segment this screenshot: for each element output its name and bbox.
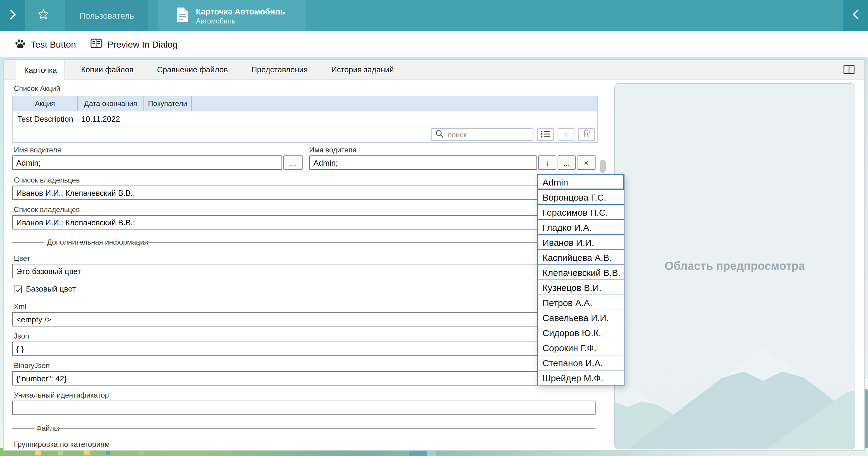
dropdown-item[interactable]: Шрейдер М.Ф.	[537, 370, 624, 386]
additional-info-section-label: Дополнительная информация	[47, 238, 148, 247]
color-label: Цвет	[14, 254, 30, 263]
main-header: Пользователь Карточка Автомобиль Автомоб…	[0, 0, 868, 31]
separator-line	[136, 242, 595, 243]
tab-task-history[interactable]: История заданий	[323, 60, 401, 79]
header-tab-user[interactable]: Пользователь	[65, 0, 148, 31]
driver-name-dropdown-button[interactable]: ↓	[538, 155, 556, 170]
group-by-categories-label: Группировка по категориям	[14, 440, 110, 449]
driver-name-clear-button[interactable]: ×	[577, 155, 595, 170]
dropdown-item[interactable]: Савельева И.И.	[537, 310, 624, 325]
dialog-icon	[90, 38, 102, 50]
owners-bottom-input[interactable]	[12, 215, 595, 229]
document-icon	[176, 6, 189, 25]
dropdown-item[interactable]: Сидоров Ю.К.	[537, 325, 624, 340]
test-button-label: Test Button	[31, 39, 76, 50]
dropdown-item[interactable]: Петров А.А.	[537, 295, 624, 310]
search-icon	[435, 129, 444, 140]
separator-line	[12, 242, 44, 243]
preview-placeholder-text: Область предпросмотра	[664, 260, 805, 273]
json-input[interactable]	[12, 341, 595, 356]
dropdown-item[interactable]: Сорокин Г.Ф.	[537, 340, 624, 355]
column-header-end-date: Дата окончания	[78, 96, 144, 111]
application-window: Пользователь Карточка Автомобиль Автомоб…	[0, 0, 868, 456]
tab-card[interactable]: Карточка	[16, 60, 65, 80]
driver-name-dropdown-list: Admin Воронцова Г.С. Герасимов П.С. Глад…	[537, 174, 624, 386]
owners-top-label: Список владельцев	[14, 176, 80, 184]
base-color-checkbox-label: Базовый цвет	[26, 284, 76, 293]
uid-input[interactable]	[12, 400, 595, 415]
chevron-left-icon	[852, 9, 859, 22]
table-row[interactable]: Test Description 10.11.2022	[13, 111, 597, 127]
preview-in-dialog-label: Preview In Dialog	[107, 39, 178, 50]
star-icon	[37, 8, 50, 24]
dropdown-item[interactable]: Иванов И.И.	[537, 234, 624, 250]
driver-name-left-label: Имя водителя	[14, 146, 61, 154]
dropdown-item[interactable]: Каспийцева А.В.	[537, 249, 624, 265]
add-row-button[interactable]: +	[558, 128, 575, 141]
cell-end-date: 10.11.2022	[78, 115, 144, 124]
dropdown-item[interactable]: Гладко И.А.	[537, 219, 624, 235]
promo-search-box	[431, 128, 533, 141]
dropdown-item[interactable]: Admin	[537, 174, 624, 190]
clear-icon: ×	[584, 158, 588, 167]
promo-table-footer: +	[13, 127, 597, 142]
chevron-right-icon	[9, 9, 16, 22]
column-header-promo: Акция	[13, 96, 78, 111]
trash-icon	[583, 129, 590, 140]
dropdown-item[interactable]: Клепачевский В.В.	[537, 264, 624, 280]
collapse-panel-button[interactable]	[843, 0, 868, 31]
dropdown-item[interactable]: Воронцова Г.С.	[537, 189, 624, 205]
cell-promo: Test Description	[13, 115, 78, 124]
xml-input[interactable]	[12, 312, 595, 326]
dropdown-item[interactable]: Степанов И.А.	[537, 355, 624, 370]
binaryjson-input[interactable]	[12, 371, 595, 386]
binaryjson-label: BinaryJson	[14, 361, 50, 370]
expand-nav-button[interactable]	[0, 0, 25, 31]
dropdown-item[interactable]: Герасимов П.С.	[537, 204, 624, 220]
separator-line	[57, 428, 595, 429]
column-header-buyers: Покупатели	[144, 96, 192, 111]
owners-top-input[interactable]	[12, 186, 595, 200]
checklist-icon	[540, 129, 551, 140]
owners-bottom-label: Список владельцев	[14, 205, 80, 214]
split-layout-button[interactable]	[843, 65, 855, 76]
driver-name-right-input[interactable]	[309, 155, 537, 170]
promo-table-header: Акция Дата окончания Покупатели	[13, 96, 597, 111]
arrow-down-icon: ↓	[546, 158, 550, 167]
color-input[interactable]	[12, 264, 595, 278]
header-tab-user-label: Пользователь	[79, 11, 134, 21]
plus-icon: +	[563, 130, 569, 139]
tab-file-copies[interactable]: Копии файлов	[73, 60, 141, 79]
promo-list-label: Список Акций	[14, 84, 60, 93]
driver-name-left-more-button[interactable]: ...	[283, 155, 303, 170]
uid-label: Уникальный идентификатор	[14, 391, 109, 399]
split-layout-icon	[843, 66, 855, 76]
base-color-checkbox[interactable]	[14, 286, 22, 293]
promo-search-input[interactable]	[447, 130, 529, 139]
separator-line	[12, 428, 34, 429]
favorite-star-button[interactable]	[31, 0, 56, 31]
files-section-label: Файлы	[36, 424, 59, 432]
card-tab-title: Карточка Автомобиль	[196, 7, 285, 16]
select-from-list-button[interactable]	[537, 128, 554, 141]
paw-icon	[14, 38, 25, 50]
card-tabbar: Карточка Копии файлов Сравнение файлов П…	[4, 60, 864, 80]
tab-file-compare[interactable]: Сравнение файлов	[149, 60, 236, 79]
form-scrollbar-thumb[interactable]	[600, 160, 606, 173]
dropdown-item[interactable]: Кузнецов В.И.	[537, 280, 624, 295]
card-tab-subtitle: Автомобиль	[196, 17, 285, 24]
json-label: Json	[14, 332, 29, 340]
driver-name-right-more-button[interactable]: ...	[558, 155, 576, 170]
delete-row-button[interactable]	[578, 128, 595, 141]
actions-toolbar: Test Button Preview In Dialog	[0, 31, 868, 58]
preview-pane: Область предпросмотра	[614, 83, 855, 449]
tab-views[interactable]: Представления	[244, 60, 315, 79]
driver-name-right-label: Имя водителя	[309, 146, 356, 154]
preview-in-dialog-button[interactable]: Preview In Dialog	[90, 31, 178, 57]
header-tab-card-automobile[interactable]: Карточка Автомобиль Автомобиль	[158, 0, 306, 31]
column-header-filler	[192, 96, 597, 111]
xml-label: Xml	[14, 302, 26, 311]
promo-table: Акция Дата окончания Покупатели Test Des…	[12, 96, 598, 143]
driver-name-left-input[interactable]	[12, 155, 282, 170]
test-button[interactable]: Test Button	[14, 31, 76, 57]
